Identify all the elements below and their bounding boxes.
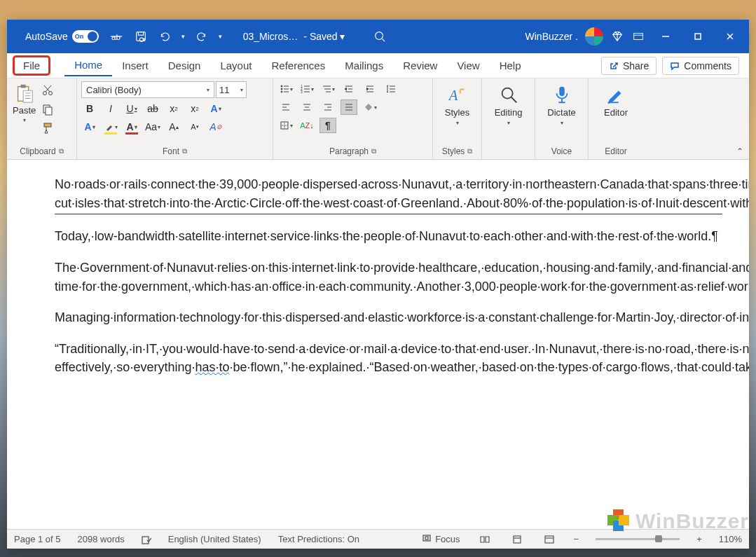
grammar-suggestion[interactable]: has·to [195, 360, 229, 374]
borders-button[interactable]: ▾ [277, 118, 294, 133]
text-predictions[interactable]: Text Predictions: On [278, 534, 359, 544]
show-marks-button[interactable]: ¶ [319, 118, 336, 133]
highlight-button[interactable]: ▾ [102, 119, 119, 135]
format-painter-icon[interactable] [41, 122, 54, 137]
tab-design[interactable]: Design [158, 55, 211, 76]
align-center-button[interactable] [298, 99, 315, 115]
clear-format-button[interactable]: A⊘ [207, 119, 224, 135]
diamond-icon[interactable] [610, 29, 624, 43]
undo-icon[interactable] [158, 29, 172, 43]
read-mode-icon[interactable] [477, 533, 493, 546]
spellcheck-icon[interactable] [142, 535, 151, 544]
justify-button[interactable] [341, 99, 357, 115]
italic-button[interactable]: I [102, 101, 119, 116]
web-layout-icon[interactable] [542, 533, 557, 546]
paragraph-launcher[interactable]: ⧉ [371, 147, 376, 156]
avatar[interactable] [585, 27, 603, 46]
superscript-button[interactable]: x2 [186, 101, 203, 116]
tab-help[interactable]: Help [490, 55, 531, 76]
tab-layout[interactable]: Layout [210, 55, 261, 76]
document-area[interactable]: No·roads·or·rails·connect·the·39,000·peo… [7, 160, 749, 529]
comments-button[interactable]: Comments [662, 57, 739, 75]
paragraph-label: Paragraph [329, 146, 369, 156]
grow-font-button[interactable]: A▴ [165, 119, 182, 135]
minimize-button[interactable] [650, 20, 682, 53]
font-size-combo[interactable]: 11▾ [216, 81, 247, 98]
print-layout-icon[interactable] [509, 533, 525, 546]
line-spacing-button[interactable] [383, 81, 399, 97]
user-name[interactable]: WinBuzzer . [525, 31, 578, 42]
clipboard-launcher[interactable]: ⧉ [59, 147, 64, 156]
tab-review[interactable]: Review [393, 55, 447, 76]
decrease-indent-button[interactable] [341, 81, 357, 97]
zoom-level[interactable]: 110% [719, 534, 742, 544]
sort-button[interactable]: AZ↓ [298, 118, 315, 133]
shading-button[interactable]: ▾ [362, 99, 378, 115]
multilevel-button[interactable]: ▾ [319, 81, 336, 97]
numbering-button[interactable]: 123▾ [298, 81, 315, 97]
tab-references[interactable]: References [261, 55, 335, 76]
shrink-font-button[interactable]: A▾ [186, 119, 203, 135]
share-button[interactable]: Share [601, 57, 657, 75]
maximize-button[interactable] [682, 20, 714, 53]
autosave-toggle[interactable]: On [72, 30, 99, 43]
text-effects-button[interactable]: A▾ [207, 101, 224, 116]
save-status[interactable]: - Saved ▾ [303, 31, 345, 42]
change-case-button[interactable]: Aa▾ [144, 119, 161, 135]
page-indicator[interactable]: Page 1 of 5 [14, 534, 61, 544]
tab-home[interactable]: Home [64, 55, 112, 76]
dictate-button[interactable]: Dictate▾ [540, 81, 582, 129]
svg-rect-74 [514, 536, 521, 543]
close-button[interactable] [714, 20, 746, 53]
tab-view[interactable]: View [447, 55, 489, 76]
strikethrough-button[interactable]: ab [144, 101, 161, 116]
svg-rect-76 [545, 536, 554, 543]
styles-launcher[interactable]: ⧉ [467, 147, 472, 156]
svg-rect-73 [425, 537, 428, 539]
zoom-out[interactable]: − [574, 534, 579, 544]
font-label: Font [163, 146, 179, 156]
ribbon-tabs: File Home Insert Design Layout Reference… [7, 53, 749, 78]
font-name-combo[interactable]: Calibri (Body)▾ [81, 81, 214, 98]
strikethrough-icon[interactable]: ab [110, 29, 124, 43]
status-bar: Page 1 of 5 2098 words English (United S… [7, 529, 749, 549]
qat-customize[interactable]: ▾ [219, 33, 222, 40]
bold-button[interactable]: B [81, 101, 98, 116]
group-paragraph: ▾ 123▾ ▾ ▾ ▾ [273, 78, 433, 159]
copy-icon[interactable] [41, 103, 54, 118]
group-editing: Editing▾ . [482, 78, 535, 159]
editing-button[interactable]: Editing▾ [488, 81, 530, 129]
tab-file[interactable]: File [13, 55, 50, 76]
svg-rect-24 [44, 123, 51, 127]
tab-insert[interactable]: Insert [112, 55, 158, 76]
increase-indent-button[interactable] [362, 81, 378, 97]
ribbon-mode-icon[interactable] [631, 29, 645, 43]
cut-icon[interactable] [41, 84, 54, 99]
editor-label: Editor [605, 146, 626, 156]
word-count[interactable]: 2098 words [78, 534, 125, 544]
paste-button[interactable]: Paste ▾ [11, 81, 37, 125]
editor-button[interactable]: Editor [597, 81, 635, 121]
zoom-in[interactable]: + [696, 534, 702, 544]
styles-button[interactable]: A Styles▾ [438, 81, 476, 129]
tab-mailings[interactable]: Mailings [335, 55, 393, 76]
svg-point-25 [281, 85, 282, 87]
align-right-button[interactable] [319, 99, 336, 115]
search-icon[interactable] [373, 29, 387, 43]
bullets-button[interactable]: ▾ [277, 81, 294, 97]
font-launcher[interactable]: ⧉ [182, 147, 187, 156]
subscript-button[interactable]: x2 [165, 101, 182, 116]
redo-icon[interactable] [195, 29, 209, 43]
font-color-button[interactable]: A▾ [123, 119, 140, 135]
collapse-ribbon-icon[interactable]: ⌃ [736, 146, 743, 156]
font-color2-button[interactable]: A▾ [81, 119, 98, 135]
align-left-button[interactable] [277, 99, 294, 115]
language-indicator[interactable]: English (United States) [168, 534, 261, 544]
save-icon[interactable] [134, 29, 148, 43]
zoom-slider[interactable] [596, 538, 680, 540]
title-bar: AutoSave On ab ▾ ▾ 03_Micros… - Saved ▾ … [7, 20, 749, 53]
svg-point-65 [502, 88, 512, 99]
undo-dropdown[interactable]: ▾ [181, 33, 185, 40]
underline-button[interactable]: U▾ [123, 101, 140, 116]
focus-mode[interactable]: Focus [422, 533, 460, 545]
